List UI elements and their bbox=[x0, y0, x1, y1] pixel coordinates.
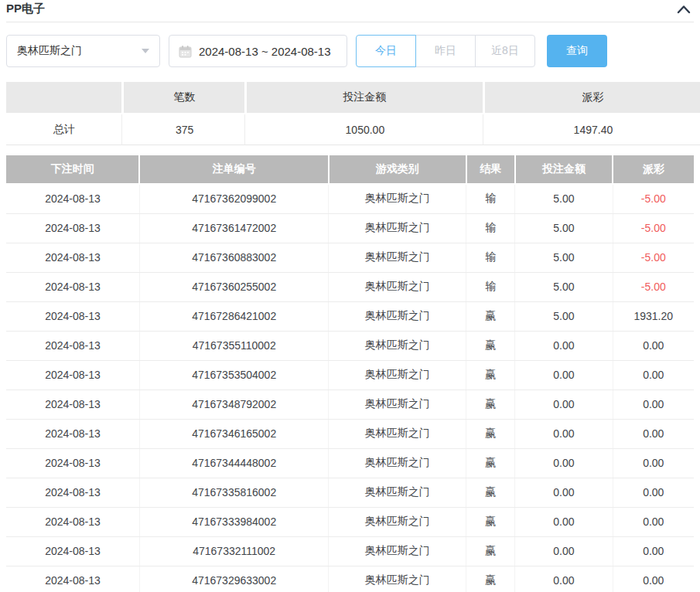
col-header-bet-amount: 投注金额 bbox=[515, 155, 613, 184]
bet-amount-cell: 5.00 bbox=[515, 301, 613, 331]
bet-time-cell: 2024-08-13 bbox=[6, 507, 139, 536]
payout-cell: -5.00 bbox=[613, 213, 694, 243]
payout-cell: 0.00 bbox=[613, 448, 694, 478]
game-category-cell: 奥林匹斯之门 bbox=[329, 360, 466, 390]
bet-time-cell: 2024-08-13 bbox=[6, 184, 139, 213]
bet-time-cell: 2024-08-13 bbox=[6, 272, 139, 301]
calendar-icon bbox=[179, 45, 192, 58]
summary-header-payout: 派彩 bbox=[485, 82, 700, 113]
game-category-cell: 奥林匹斯之门 bbox=[329, 243, 466, 272]
order-number-cell: 47167355110002 bbox=[139, 331, 328, 360]
result-cell: 赢 bbox=[466, 566, 515, 592]
yesterday-button[interactable]: 昨日 bbox=[415, 35, 476, 67]
summary-payout-value: 1497.40 bbox=[483, 114, 700, 145]
query-button[interactable]: 查询 bbox=[547, 35, 607, 67]
summary-table: 笔数 投注金额 派彩 总计 375 1050.00 1497.40 bbox=[6, 82, 694, 145]
last-8-days-button[interactable]: 近8日 bbox=[475, 35, 535, 67]
game-select-value: 奥林匹斯之门 bbox=[17, 44, 82, 58]
result-cell: 输 bbox=[466, 184, 515, 213]
pp-electronic-panel: PP电子 奥林匹斯之门 bbox=[0, 0, 700, 592]
table-row: 2024-08-1347167332111002奥林匹斯之门赢0.000.00 bbox=[6, 536, 694, 566]
bet-time-cell: 2024-08-13 bbox=[6, 478, 139, 507]
bet-time-cell: 2024-08-13 bbox=[6, 331, 139, 360]
table-row: 2024-08-1347167335816002奥林匹斯之门赢0.000.00 bbox=[6, 478, 694, 507]
table-row: 2024-08-1347167344448002奥林匹斯之门赢0.000.00 bbox=[6, 448, 694, 478]
payout-cell: 0.00 bbox=[613, 536, 694, 566]
bet-amount-cell: 0.00 bbox=[515, 536, 613, 566]
bets-table: 下注时间 注单编号 游戏类别 结果 投注金额 派彩 2024-08-134716… bbox=[6, 155, 694, 592]
bet-time-cell: 2024-08-13 bbox=[6, 243, 139, 272]
collapse-button[interactable] bbox=[675, 5, 692, 14]
date-range-input[interactable]: 2024-08-13 ~ 2024-08-13 bbox=[169, 35, 347, 67]
summary-total-label: 总计 bbox=[6, 114, 121, 145]
payout-cell: 0.00 bbox=[613, 360, 694, 390]
table-row: 2024-08-1347167361472002奥林匹斯之门输5.00-5.00 bbox=[6, 213, 694, 243]
bet-time-cell: 2024-08-13 bbox=[6, 390, 139, 419]
today-button[interactable]: 今日 bbox=[356, 35, 416, 67]
result-cell: 赢 bbox=[466, 448, 515, 478]
bet-amount-cell: 0.00 bbox=[515, 566, 613, 592]
payout-cell: 0.00 bbox=[613, 419, 694, 448]
table-row: 2024-08-1347167286421002奥林匹斯之门赢5.001931.… bbox=[6, 301, 694, 331]
payout-cell: 0.00 bbox=[613, 507, 694, 536]
table-row: 2024-08-1347167333984002奥林匹斯之门赢0.000.00 bbox=[6, 507, 694, 536]
bet-time-cell: 2024-08-13 bbox=[6, 566, 139, 592]
summary-total-row: 总计 375 1050.00 1497.40 bbox=[6, 114, 694, 145]
order-number-cell: 47167329633002 bbox=[139, 566, 328, 592]
bets-header-row: 下注时间 注单编号 游戏类别 结果 投注金额 派彩 bbox=[6, 155, 694, 184]
table-row: 2024-08-1347167348792002奥林匹斯之门赢0.000.00 bbox=[6, 390, 694, 419]
result-cell: 赢 bbox=[466, 331, 515, 360]
order-number-cell: 47167344448002 bbox=[139, 448, 328, 478]
table-row: 2024-08-1347167360883002奥林匹斯之门输5.00-5.00 bbox=[6, 243, 694, 272]
summary-count-value: 375 bbox=[121, 114, 244, 145]
filter-bar: 奥林匹斯之门 2024-08-13 ~ 2024-08-13 今日昨日近8日 查… bbox=[6, 35, 694, 67]
bet-amount-cell: 0.00 bbox=[515, 448, 613, 478]
table-row: 2024-08-1347167362099002奥林匹斯之门输5.00-5.00 bbox=[6, 184, 694, 213]
col-header-bet-time: 下注时间 bbox=[6, 155, 139, 184]
result-cell: 赢 bbox=[466, 507, 515, 536]
bet-time-cell: 2024-08-13 bbox=[6, 448, 139, 478]
col-header-result: 结果 bbox=[466, 155, 515, 184]
game-category-cell: 奥林匹斯之门 bbox=[329, 507, 466, 536]
game-category-cell: 奥林匹斯之门 bbox=[329, 213, 466, 243]
order-number-cell: 47167353504002 bbox=[139, 360, 328, 390]
bet-amount-cell: 0.00 bbox=[515, 390, 613, 419]
order-number-cell: 47167333984002 bbox=[139, 507, 328, 536]
bets-table-wrapper: 下注时间 注单编号 游戏类别 结果 投注金额 派彩 2024-08-134716… bbox=[6, 155, 694, 592]
game-select[interactable]: 奥林匹斯之门 bbox=[6, 35, 160, 67]
order-number-cell: 47167361472002 bbox=[139, 213, 328, 243]
bet-amount-cell: 0.00 bbox=[515, 360, 613, 390]
order-number-cell: 47167362099002 bbox=[139, 184, 328, 213]
bet-time-cell: 2024-08-13 bbox=[6, 360, 139, 390]
order-number-cell: 47167286421002 bbox=[139, 301, 328, 331]
result-cell: 赢 bbox=[466, 536, 515, 566]
bet-amount-cell: 0.00 bbox=[515, 331, 613, 360]
summary-header-bet-amount: 投注金额 bbox=[247, 82, 483, 113]
bet-time-cell: 2024-08-13 bbox=[6, 419, 139, 448]
bet-time-cell: 2024-08-13 bbox=[6, 301, 139, 331]
order-number-cell: 47167360255002 bbox=[139, 272, 328, 301]
result-cell: 输 bbox=[466, 272, 515, 301]
game-category-cell: 奥林匹斯之门 bbox=[329, 272, 466, 301]
payout-cell: -5.00 bbox=[613, 272, 694, 301]
order-number-cell: 47167335816002 bbox=[139, 478, 328, 507]
payout-cell: 1931.20 bbox=[613, 301, 694, 331]
payout-cell: 0.00 bbox=[613, 390, 694, 419]
summary-bet-amount-value: 1050.00 bbox=[244, 114, 483, 145]
quick-range-group: 今日昨日近8日 bbox=[356, 35, 535, 67]
table-row: 2024-08-1347167346165002奥林匹斯之门赢0.000.00 bbox=[6, 419, 694, 448]
table-row: 2024-08-1347167355110002奥林匹斯之门赢0.000.00 bbox=[6, 331, 694, 360]
bet-amount-cell: 5.00 bbox=[515, 272, 613, 301]
game-category-cell: 奥林匹斯之门 bbox=[329, 566, 466, 592]
payout-cell: 0.00 bbox=[613, 331, 694, 360]
bet-time-cell: 2024-08-13 bbox=[6, 213, 139, 243]
order-number-cell: 47167346165002 bbox=[139, 419, 328, 448]
game-category-cell: 奥林匹斯之门 bbox=[329, 301, 466, 331]
summary-header-count: 笔数 bbox=[124, 82, 244, 113]
game-category-cell: 奥林匹斯之门 bbox=[329, 184, 466, 213]
result-cell: 输 bbox=[466, 243, 515, 272]
table-row: 2024-08-1347167329633002奥林匹斯之门赢0.000.00 bbox=[6, 566, 694, 592]
bet-amount-cell: 5.00 bbox=[515, 184, 613, 213]
summary-header-blank bbox=[6, 82, 121, 113]
bet-amount-cell: 0.00 bbox=[515, 419, 613, 448]
